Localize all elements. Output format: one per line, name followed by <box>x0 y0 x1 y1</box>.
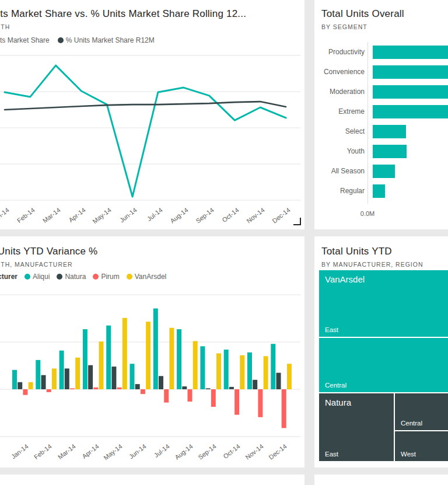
bar-pirum-dec-14[interactable] <box>282 389 286 428</box>
tile-units-ytd-variance[interactable]: Total Units YTD Variance % BY MONTH, MAN… <box>0 236 304 467</box>
bar-vanarsdel-jul-14[interactable] <box>169 328 174 389</box>
bar-natura-may-14[interactable] <box>111 367 116 389</box>
tile-partial-bottom-left[interactable] <box>0 474 304 485</box>
bar-natura-jul-14[interactable] <box>159 376 163 389</box>
segment-bar[interactable] <box>373 85 448 99</box>
bar-natura-mar-14[interactable] <box>65 368 69 389</box>
segment-label: Moderation <box>314 88 369 96</box>
segment-row-extreme: Extreme <box>314 102 448 121</box>
legend-item-vanarsdel[interactable]: VanArsdel <box>127 273 166 281</box>
legend-title: Manufacturer <box>0 273 18 281</box>
bar-aliqui-oct-14[interactable] <box>224 350 229 389</box>
segment-bar[interactable] <box>373 46 448 59</box>
x-axis-origin-label: 0.0M <box>356 210 379 217</box>
bar-vanarsdel-sep-14[interactable] <box>216 353 221 389</box>
legend-label: % Units Market Share <box>0 36 50 44</box>
treemap-cell-natura-central[interactable]: Central <box>395 393 448 430</box>
line-chart-plot[interactable] <box>0 50 304 225</box>
bar-aliqui-jun-14[interactable] <box>130 364 135 389</box>
bar-aliqui-aug-14[interactable] <box>177 329 181 389</box>
segment-bar[interactable] <box>373 105 448 118</box>
bar-aliqui-mar-14[interactable] <box>60 351 64 389</box>
bar-natura-sep-14[interactable] <box>206 388 211 389</box>
segment-label: Youth <box>314 147 369 155</box>
legend-dot-icon <box>57 274 62 280</box>
segment-row-select: Select <box>314 121 448 141</box>
bar-vanarsdel-aug-14[interactable] <box>193 341 198 389</box>
bar-natura-oct-14[interactable] <box>229 387 234 389</box>
bar-natura-feb-14[interactable] <box>41 375 46 389</box>
legend-item-aliqui[interactable]: Aliqui <box>24 273 50 281</box>
bar-vanarsdel-mar-14[interactable] <box>75 358 80 389</box>
segment-label: Productivity <box>314 48 369 56</box>
bar-natura-nov-14[interactable] <box>253 380 257 389</box>
bar-aliqui-jan-14[interactable] <box>12 370 17 389</box>
legend-item-market-share[interactable]: % Units Market Share <box>0 36 50 44</box>
bar-pirum-apr-14[interactable] <box>93 388 98 389</box>
tile-resize-handle-icon[interactable] <box>293 218 301 225</box>
segment-bar[interactable] <box>373 165 395 178</box>
bar-natura-aug-14[interactable] <box>182 386 187 389</box>
tile-partial-bottom-right[interactable] <box>314 474 448 485</box>
bar-aliqui-dec-14[interactable] <box>271 344 275 389</box>
bar-aliqui-nov-14[interactable] <box>247 353 252 389</box>
bar-aliqui-apr-14[interactable] <box>83 329 88 389</box>
bar-vanarsdel-dec-14[interactable] <box>287 364 292 389</box>
bar-pirum-jan-14[interactable] <box>23 389 27 395</box>
bar-pirum-jun-14[interactable] <box>141 389 145 394</box>
legend-dot-icon <box>93 274 99 280</box>
bar-pirum-aug-14[interactable] <box>188 389 192 402</box>
tile-market-share-line-chart[interactable]: % Units Market Share vs. % Units Market … <box>0 0 304 229</box>
bar-vanarsdel-jan-14[interactable] <box>29 382 33 389</box>
bar-pirum-may-14[interactable] <box>117 388 122 389</box>
bar-pirum-feb-14[interactable] <box>47 389 51 392</box>
bar-natura-jun-14[interactable] <box>135 384 140 389</box>
bar-vanarsdel-oct-14[interactable] <box>240 355 244 389</box>
bar-vanarsdel-jun-14[interactable] <box>146 322 150 389</box>
legend-item-market-share-r12m[interactable]: % Units Market Share R12M <box>58 36 155 44</box>
segment-bar-list: ProductivityConvenienceModerationExtreme… <box>314 42 448 201</box>
treemap-cell-natura-east[interactable]: NaturaEast <box>319 393 394 461</box>
tile-subtitle: BY SEGMENT <box>321 23 368 30</box>
line-series--units-market-share[interactable] <box>5 65 286 197</box>
segment-label: Select <box>314 127 369 135</box>
legend-label: Natura <box>65 273 86 281</box>
legend-item-natura[interactable]: Natura <box>57 273 86 281</box>
bar-aliqui-feb-14[interactable] <box>36 360 40 389</box>
bar-pirum-sep-14[interactable] <box>211 389 216 407</box>
variance-chart-plot[interactable] <box>0 289 304 464</box>
tile-subtitle: BY MANUFACTURER, REGION <box>321 261 424 268</box>
segment-bar[interactable] <box>373 145 407 158</box>
bar-pirum-nov-14[interactable] <box>258 389 262 417</box>
legend-item-pirum[interactable]: Pirum <box>93 273 119 281</box>
bar-aliqui-sep-14[interactable] <box>200 346 205 389</box>
legend-label: Pirum <box>101 273 119 281</box>
bar-pirum-mar-14[interactable] <box>70 388 75 389</box>
treemap-cell-natura-west[interactable]: West <box>395 431 448 461</box>
tile-total-units-overall[interactable]: Total Units Overall BY SEGMENT Productiv… <box>314 0 448 229</box>
segment-bar[interactable] <box>373 125 406 138</box>
treemap-cell-vanarsdel-central[interactable]: Central <box>319 338 448 392</box>
treemap-region-label: Central <box>401 420 422 427</box>
bar-aliqui-jul-14[interactable] <box>153 309 158 390</box>
segment-row-moderation: Moderation <box>314 82 448 102</box>
bar-vanarsdel-nov-14[interactable] <box>264 356 268 389</box>
bar-vanarsdel-may-14[interactable] <box>123 318 127 389</box>
line-series--units-market-share-r12m[interactable] <box>5 102 286 110</box>
tile-title: % Units Market Share vs. % Units Market … <box>0 8 246 20</box>
bar-aliqui-may-14[interactable] <box>106 326 111 389</box>
treemap-cell-vanarsdel-east[interactable]: VanArsdelEast <box>319 270 448 337</box>
segment-bar[interactable] <box>373 65 448 79</box>
bar-vanarsdel-apr-14[interactable] <box>99 341 104 389</box>
segment-label: Convenience <box>314 68 369 76</box>
bar-vanarsdel-feb-14[interactable] <box>52 368 57 389</box>
bar-pirum-oct-14[interactable] <box>235 389 239 415</box>
bar-natura-dec-14[interactable] <box>276 373 281 389</box>
tile-total-units-ytd-treemap[interactable]: Total Units YTD BY MANUFACTURER, REGION … <box>314 236 448 467</box>
bar-pirum-jul-14[interactable] <box>164 389 169 403</box>
segment-bar[interactable] <box>373 184 385 198</box>
treemap-region-label: East <box>325 326 338 333</box>
segment-label: Regular <box>314 187 369 195</box>
bar-natura-jan-14[interactable] <box>18 382 22 389</box>
bar-natura-apr-14[interactable] <box>88 365 93 389</box>
